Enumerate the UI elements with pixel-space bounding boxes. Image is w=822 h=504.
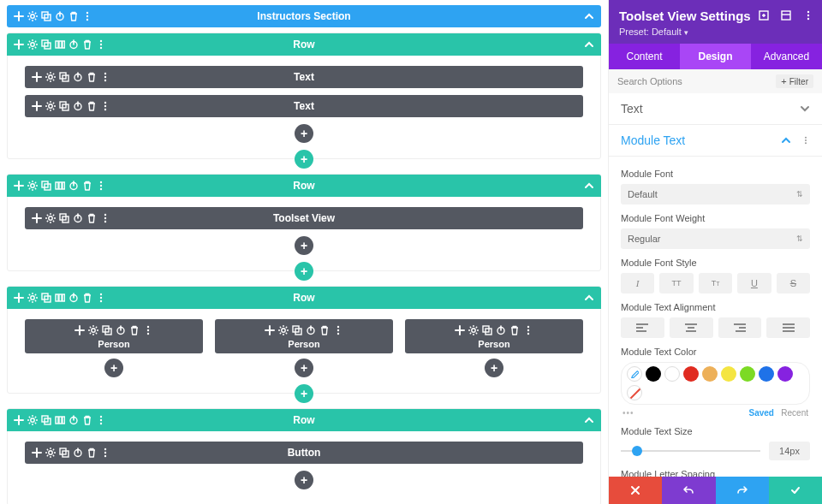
move-icon[interactable] (263, 323, 277, 337)
add-row-button[interactable]: + (295, 262, 313, 281)
section-bar[interactable]: Instructors Section (7, 5, 601, 27)
module[interactable]: Person (25, 319, 203, 353)
move-icon[interactable] (30, 211, 44, 225)
preset-selector[interactable]: Preset: Default ▾ (619, 27, 812, 37)
undo-button[interactable] (662, 477, 715, 504)
color-picker-button[interactable] (627, 366, 642, 382)
trash-icon[interactable] (85, 211, 98, 225)
move-icon[interactable] (12, 291, 26, 305)
gear-icon[interactable] (44, 99, 57, 113)
power-icon[interactable] (71, 211, 85, 225)
more-icon[interactable] (94, 38, 108, 51)
module[interactable]: Text (25, 95, 583, 117)
power-icon[interactable] (53, 9, 67, 23)
add-row-button[interactable]: + (295, 384, 313, 403)
trash-icon[interactable] (318, 323, 331, 337)
more-icon[interactable] (94, 291, 108, 305)
copy-icon[interactable] (39, 413, 53, 427)
power-icon[interactable] (67, 179, 80, 193)
copy-icon[interactable] (57, 99, 71, 113)
collapse-icon[interactable] (584, 293, 594, 303)
module[interactable]: Text (25, 66, 583, 88)
more-icon[interactable] (98, 70, 112, 84)
save-button[interactable] (769, 477, 822, 504)
power-icon[interactable] (304, 323, 318, 337)
add-module-button[interactable]: + (295, 124, 313, 143)
more-icon[interactable] (803, 10, 815, 22)
trash-icon[interactable] (128, 323, 141, 337)
trash-icon[interactable] (80, 179, 94, 193)
slider-thumb[interactable] (632, 446, 642, 456)
accordion-module-text[interactable]: Module Text (609, 125, 822, 157)
move-icon[interactable] (12, 179, 26, 193)
accordion-text[interactable]: Text (609, 93, 822, 125)
copy-icon[interactable] (39, 38, 53, 51)
gear-icon[interactable] (467, 323, 480, 337)
gear-icon[interactable] (26, 413, 39, 427)
move-icon[interactable] (453, 323, 467, 337)
gear-icon[interactable] (44, 70, 57, 84)
align-left-button[interactable] (621, 317, 664, 338)
row-bar[interactable]: Row (7, 409, 601, 431)
power-icon[interactable] (67, 413, 80, 427)
more-icon[interactable] (801, 136, 810, 145)
style-uppercase-button[interactable]: TT (659, 273, 693, 294)
color-swatch[interactable] (740, 366, 755, 382)
align-center-button[interactable] (670, 317, 713, 338)
color-swatch[interactable] (721, 366, 736, 382)
collapse-icon[interactable] (584, 11, 594, 21)
style-smallcaps-button[interactable]: TT (699, 273, 732, 294)
collapse-icon[interactable] (584, 415, 594, 425)
swatch-more-icon[interactable]: ••• (622, 408, 634, 418)
add-module-button[interactable]: + (295, 236, 313, 255)
copy-icon[interactable] (57, 446, 71, 460)
gear-icon[interactable] (26, 291, 39, 305)
row-bar[interactable]: Row (7, 175, 601, 197)
add-module-button[interactable]: + (295, 359, 313, 377)
layout-icon[interactable] (781, 10, 793, 22)
tab-advanced[interactable]: Advanced (751, 44, 822, 69)
more-icon[interactable] (94, 179, 108, 193)
size-slider[interactable] (621, 442, 760, 460)
tab-content[interactable]: Content (609, 44, 680, 69)
gear-icon[interactable] (26, 38, 39, 51)
align-right-button[interactable] (718, 317, 762, 338)
swatch-saved-tab[interactable]: Saved (749, 408, 774, 418)
size-value[interactable]: 14px (769, 442, 810, 460)
move-icon[interactable] (30, 99, 44, 113)
trash-icon[interactable] (85, 70, 98, 84)
gear-icon[interactable] (26, 9, 39, 23)
trash-icon[interactable] (80, 38, 94, 51)
gear-icon[interactable] (26, 179, 39, 193)
style-underline-button[interactable]: U (737, 273, 771, 294)
trash-icon[interactable] (67, 9, 80, 23)
row-bar[interactable]: Row (7, 287, 601, 309)
style-italic-button[interactable]: I (621, 273, 654, 294)
more-icon[interactable] (80, 9, 94, 23)
power-icon[interactable] (114, 323, 128, 337)
tab-design[interactable]: Design (680, 44, 751, 69)
add-module-button[interactable]: + (295, 471, 313, 489)
color-swatch[interactable] (702, 366, 718, 382)
gear-icon[interactable] (44, 446, 57, 460)
module[interactable]: Person (405, 319, 583, 353)
add-module-button[interactable]: + (104, 359, 123, 377)
add-row-button[interactable]: + (295, 150, 313, 169)
gear-icon[interactable] (277, 323, 290, 337)
more-icon[interactable] (98, 446, 112, 460)
power-icon[interactable] (71, 99, 85, 113)
power-icon[interactable] (67, 291, 80, 305)
color-swatch[interactable] (683, 366, 699, 382)
move-icon[interactable] (12, 9, 26, 23)
swatch-recent-tab[interactable]: Recent (781, 408, 808, 418)
move-icon[interactable] (30, 70, 44, 84)
filter-button[interactable]: +Filter (776, 74, 813, 88)
trash-icon[interactable] (85, 99, 98, 113)
color-swatch[interactable] (646, 366, 661, 382)
expand-icon[interactable] (759, 10, 771, 22)
power-icon[interactable] (71, 446, 85, 460)
power-icon[interactable] (67, 38, 80, 51)
move-icon[interactable] (12, 38, 26, 51)
more-icon[interactable] (98, 211, 112, 225)
copy-icon[interactable] (57, 70, 71, 84)
